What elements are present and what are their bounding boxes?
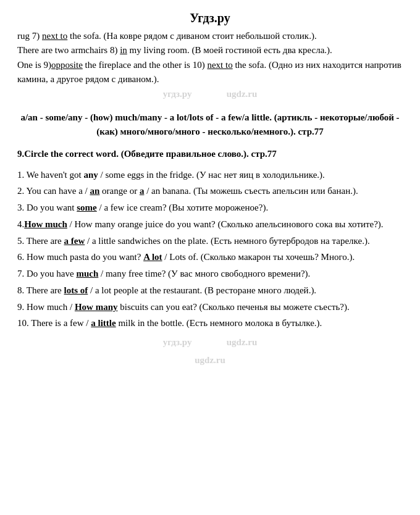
intro-next-to-2: next to — [207, 60, 232, 70]
watermark-1: угдз.ру — [163, 89, 192, 99]
watermark-3: угдз.ру — [163, 337, 192, 348]
watermark-2: ugdz.ru — [227, 89, 258, 99]
site-title: Угдз.ру — [17, 11, 403, 25]
intro-next-to-1: next to — [42, 31, 67, 41]
item-8-answer: lots of — [64, 285, 88, 295]
grammar-header: a/an - some/any - (how) much/many - a lo… — [17, 111, 403, 138]
item-2: 2. You can have a / an orange or a / an … — [17, 183, 403, 199]
item-9-num: 9. — [17, 302, 24, 312]
item-2-num: 2. — [17, 186, 24, 196]
item-4-answer: How much — [24, 219, 67, 229]
item-3-num: 3. — [17, 203, 24, 212]
item-10-num: 10. — [17, 318, 29, 328]
item-8-num: 8. — [17, 285, 24, 295]
intro-block: rug 7) next to the sofa. (На ковре рядом… — [17, 29, 403, 86]
item-7: 7. Do you have much / many free time? (У… — [17, 266, 403, 282]
watermark-bottom: ugdz.ru — [17, 355, 403, 366]
item-4: 4.How much / How many orange juice do yo… — [17, 217, 403, 232]
item-4-num: 4. — [17, 219, 24, 229]
item-6-answer: A lot — [143, 252, 162, 262]
item-9: 9. How much / How many biscuits can you … — [17, 299, 403, 315]
item-5-num: 5. — [17, 236, 24, 246]
item-8: 8. There are lots of / a lot people at t… — [17, 283, 403, 298]
item-5-answer: a few — [64, 236, 85, 246]
intro-opposite: opposite — [51, 60, 83, 70]
item-3-answer: some — [77, 203, 97, 212]
intro-line-3: One is 9)opposite the fireplace and the … — [17, 58, 403, 87]
item-2-answer2: a — [140, 186, 145, 196]
item-7-num: 7. — [17, 269, 24, 278]
item-2-answer: an — [90, 186, 99, 196]
exercise-9-list: 1. We haven't got any / some eggs in the… — [17, 167, 403, 332]
watermark-4: ugdz.ru — [227, 337, 258, 348]
watermark-5: ugdz.ru — [195, 355, 225, 365]
item-9-answer: How many — [75, 302, 118, 312]
item-6-num: 6. — [17, 252, 24, 262]
item-6: 6. How much pasta do you want? A lot / L… — [17, 249, 403, 265]
item-1: 1. We haven't got any / some eggs in the… — [17, 167, 403, 183]
item-10: 10. There is a few / a little milk in th… — [17, 316, 403, 331]
item-1-answer: any — [83, 170, 98, 180]
intro-line-2: There are two armchairs 8) in my living … — [17, 43, 403, 57]
item-1-num: 1. — [17, 170, 24, 180]
intro-line-1: rug 7) next to the sofa. (На ковре рядом… — [17, 29, 403, 43]
watermark-row-2: угдз.ру ugdz.ru — [17, 337, 403, 348]
item-5: 5. There are a few / a little sandwiches… — [17, 233, 403, 249]
item-7-answer: much — [76, 269, 98, 278]
item-10-answer: a little — [91, 318, 116, 328]
watermark-row-1: угдз.ру ugdz.ru — [17, 89, 403, 99]
item-3: 3. Do you want some / a few ice cream? (… — [17, 200, 403, 216]
intro-in: in — [120, 45, 127, 55]
exercise-9-title: 9.Circle the correct word. (Обведите пра… — [17, 147, 403, 161]
